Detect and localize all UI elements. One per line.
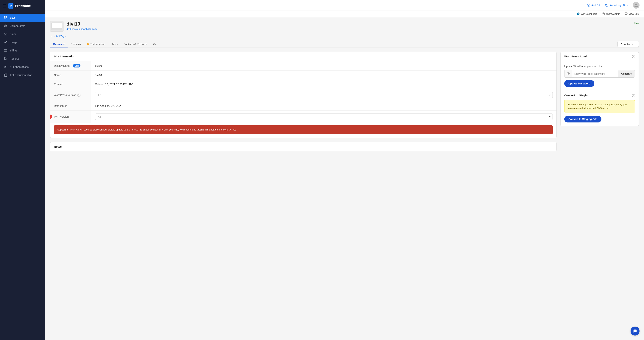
svg-point-17 (578, 13, 579, 14)
wordpress-admin-help-icon[interactable]: ? (632, 55, 635, 58)
tab-backups-restores-label: Backups & Restores (124, 43, 147, 46)
hamburger-menu[interactable] (3, 5, 6, 7)
generate-password-button[interactable]: Generate (618, 70, 635, 77)
email-icon (4, 32, 8, 36)
two-column-layout: Site Information Display Name Edit divi1… (50, 52, 639, 155)
add-tags-label: + Add Tags (54, 35, 66, 38)
api-applications-icon (4, 65, 8, 69)
display-name-label: Display Name Edit (50, 61, 91, 70)
sidebar-item-reports[interactable]: Reports (0, 55, 45, 63)
wordpress-version-help-icon[interactable]: ? (78, 94, 80, 97)
password-toggle-button[interactable] (564, 70, 572, 77)
convert-staging-help-icon[interactable]: ? (632, 94, 635, 97)
usage-icon (4, 40, 8, 44)
site-information-header: Site Information (50, 52, 556, 61)
sidebar-item-api-documentation[interactable]: API Documentation (0, 71, 45, 79)
svg-rect-19 (625, 13, 627, 14)
svg-rect-0 (4, 16, 5, 17)
add-tags-icon: ＋ (50, 34, 52, 38)
php-version-label: PHP Version (50, 111, 91, 123)
wordpress-admin-body: Update WordPress password for Generate U… (560, 61, 638, 91)
wordpress-version-select[interactable]: 6.0 (95, 92, 553, 98)
topbar: Add Site Knowledge Base (45, 0, 644, 10)
convert-to-staging-button[interactable]: Convert to Staging Site (564, 116, 602, 123)
phpmyadmin-link[interactable]: phpMyAdmin (602, 12, 620, 15)
display-name-value: divi10 (91, 61, 556, 70)
site-url[interactable]: divi0.mystagingwebsite.com (66, 28, 631, 30)
display-name-row: Display Name Edit divi10 (50, 61, 556, 71)
svg-rect-2 (4, 18, 5, 19)
reports-icon (4, 57, 8, 61)
tab-git-label: Git (153, 43, 156, 46)
logo-icon: P (8, 3, 14, 8)
content-area: divi10 divi0.mystagingwebsite.com Live ＋… (45, 17, 644, 340)
site-name: divi10 (66, 21, 631, 27)
notes-card: Notes (50, 142, 557, 151)
tab-overview[interactable]: Overview (50, 41, 68, 48)
update-password-button[interactable]: Update Password (564, 80, 594, 87)
sidebar-item-api-documentation-label: API Documentation (10, 74, 32, 77)
name-value: divi10 (91, 71, 556, 80)
add-site-button[interactable]: Add Site (587, 3, 601, 7)
sidebar-item-api-applications[interactable]: API Applications (0, 63, 45, 71)
add-tags-button[interactable]: ＋ + Add Tags (50, 34, 639, 38)
update-password-label: Update WordPress password for (564, 65, 635, 68)
svg-rect-1 (6, 16, 7, 17)
site-info: divi10 divi0.mystagingwebsite.com (66, 21, 631, 30)
tab-domains[interactable]: Domains (68, 41, 84, 48)
tab-performance[interactable]: Performance (84, 41, 108, 48)
tab-backups-restores[interactable]: Backups & Restores (120, 41, 150, 48)
billing-icon (4, 49, 8, 52)
new-password-input[interactable] (572, 70, 618, 77)
knowledge-base-button[interactable]: Knowledge Base (605, 3, 629, 7)
notes-header: Notes (50, 142, 556, 151)
svg-rect-5 (4, 33, 7, 35)
sidebar: P Pressable Sites Collaborators Email (0, 0, 45, 340)
sidebar-item-email[interactable]: Email (0, 30, 45, 38)
name-row: Name divi10 (50, 71, 556, 80)
wp-dashboard-link[interactable]: WP Dashboard (577, 12, 597, 15)
main-container: Add Site Knowledge Base WP Dashboard php… (45, 0, 644, 340)
sidebar-item-usage-label: Usage (10, 41, 17, 44)
tab-performance-label: Performance (90, 43, 105, 46)
tab-users[interactable]: Users (108, 41, 121, 48)
php-version-select[interactable]: 7.4 (95, 114, 553, 120)
right-column: WordPress Admin ? Update WordPress passw… (560, 52, 639, 155)
site-header: divi10 divi0.mystagingwebsite.com Live (50, 21, 639, 31)
avatar[interactable] (633, 2, 640, 8)
wordpress-version-value: 6.0 ▾ (91, 89, 556, 101)
created-label: Created (50, 80, 91, 89)
tab-git[interactable]: Git (150, 41, 160, 48)
name-label: Name (50, 71, 91, 80)
thumbnail-bar (52, 28, 62, 30)
site-information-body: Display Name Edit divi10 Name divi10 (50, 61, 556, 134)
sidebar-item-sites-label: Sites (10, 16, 16, 19)
tabs-bar: Overview Domains Performance Users Backu… (50, 41, 639, 48)
sidebar-item-collaborators[interactable]: Collaborators (0, 22, 45, 30)
wordpress-version-row: WordPress Version ? 6.0 ▾ (50, 89, 556, 101)
svg-rect-6 (4, 49, 7, 52)
api-documentation-icon (4, 73, 8, 77)
sidebar-item-email-label: Email (10, 33, 16, 36)
sidebar-header: P Pressable (0, 0, 45, 12)
site-thumbnail (50, 21, 64, 31)
convert-staging-header: Convert to Staging ? (560, 91, 638, 100)
wordpress-version-label: WordPress Version ? (50, 89, 91, 101)
actions-label: Actions (624, 43, 632, 46)
chat-fab-button[interactable] (630, 327, 640, 336)
view-site-link[interactable]: View Site (624, 12, 639, 15)
left-column: Site Information Display Name Edit divi1… (50, 52, 557, 155)
edit-display-name-button[interactable]: Edit (73, 64, 80, 67)
tab-domains-label: Domains (70, 43, 81, 46)
php-version-row: 1 PHP Version 7.4 ▾ (50, 111, 556, 123)
svg-rect-3 (6, 18, 7, 19)
php-version-select-wrap: 7.4 ▾ (95, 114, 553, 120)
clone-link[interactable]: clone (222, 128, 228, 131)
sidebar-item-sites[interactable]: Sites (0, 14, 45, 22)
svg-point-10 (5, 67, 6, 67)
sidebar-item-usage[interactable]: Usage (0, 38, 45, 46)
sidebar-item-billing[interactable]: Billing (0, 46, 45, 55)
svg-point-4 (5, 25, 6, 26)
sidebar-item-billing-label: Billing (10, 49, 16, 52)
actions-button[interactable]: Actions (618, 41, 639, 47)
